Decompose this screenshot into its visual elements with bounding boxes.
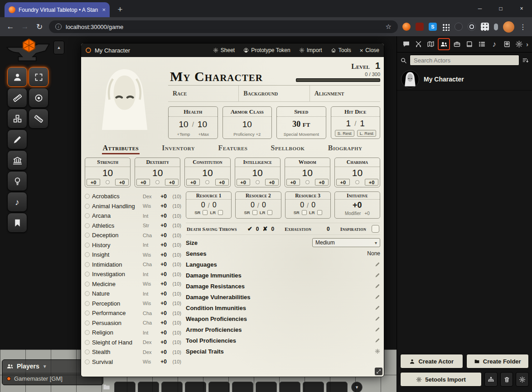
skill-name[interactable]: Performance [92,310,140,316]
exhaustion-value[interactable]: 0 [327,226,330,232]
tab-chat[interactable] [401,39,411,50]
macro-slot[interactable] [303,382,324,392]
ability-modifier[interactable]: +0 [237,179,250,186]
macro-folder-icon[interactable] [102,383,111,391]
tab-settings[interactable] [514,39,525,50]
browser-tab[interactable]: Foundry Virtual Tabletop • A Stan × [5,2,110,17]
save-proficiency-toggle[interactable] [256,180,260,184]
xp-text[interactable]: 0 / 300 [365,72,380,77]
long-rest-button[interactable]: L. Rest [357,130,376,137]
hd-max[interactable]: 1 [360,119,365,129]
skill-proficiency-toggle[interactable] [85,252,90,257]
window-minimize-button[interactable]: ─ [469,0,490,17]
skill-proficiency-toggle[interactable] [85,213,90,218]
measure-distance-tool[interactable] [29,109,48,129]
lighting-controls-button[interactable] [7,171,27,191]
tab-actors[interactable] [438,38,450,50]
skill-modifier[interactable]: +0 [157,320,167,326]
skill-name[interactable]: Intimidation [92,261,140,268]
resource-max-input[interactable]: 0 [311,201,315,209]
measure-controls-button[interactable] [7,88,27,108]
tab-inventory[interactable]: Inventory [161,144,196,154]
hp-temp-label[interactable]: +Temp [177,132,190,137]
edit-icon[interactable] [375,316,380,321]
ability-name[interactable]: Charisma [335,158,380,167]
hp-max-input[interactable]: 10 [198,120,207,129]
delete-button[interactable] [500,372,513,387]
edit-icon[interactable] [375,305,380,311]
macro-slot[interactable] [208,382,230,392]
hd-value[interactable]: 1 [346,119,351,129]
sort-filter-icon[interactable] [522,57,529,64]
skill-name[interactable]: Insight [92,251,140,258]
configure-button[interactable] [516,372,529,387]
skill-modifier[interactable]: +0 [157,222,167,229]
sidebar-collapse-icon[interactable]: › [526,40,528,48]
url-bar[interactable]: i localhost:30000/game ☆ [49,20,398,33]
skill-proficiency-toggle[interactable] [85,204,90,209]
import-button[interactable]: Import [299,47,322,53]
save-proficiency-toggle[interactable] [205,180,209,184]
gear-icon[interactable] [375,349,380,354]
skill-modifier[interactable]: +0 [157,242,167,248]
skill-proficiency-toggle[interactable] [85,262,90,267]
death-success-icon[interactable]: ✔ [247,225,252,232]
skill-modifier[interactable]: +0 [157,281,167,287]
ability-score-input[interactable]: 10 [285,167,330,179]
skill-proficiency-toggle[interactable] [85,233,90,238]
tab-features[interactable]: Features [217,144,248,154]
tab-close-icon[interactable]: × [102,6,106,13]
edit-icon[interactable] [375,262,380,267]
sheet-config-button[interactable]: Sheet [213,47,235,53]
close-window-button[interactable]: × Close [360,47,379,54]
skill-modifier[interactable]: +0 [157,359,167,365]
skill-modifier[interactable]: +0 [157,261,167,268]
death-fail-count[interactable]: 0 [271,226,274,232]
skill-proficiency-toggle[interactable] [85,330,90,335]
skill-modifier[interactable]: +0 [157,252,167,258]
create-folder-button[interactable]: Create Folder [466,354,529,368]
tab-compendium[interactable] [501,39,512,50]
macro-slot[interactable] [185,382,206,392]
lr-checkbox[interactable] [218,210,223,215]
alignment-field[interactable]: Alignment [310,86,380,101]
sr-checkbox[interactable] [203,210,208,215]
tab-combat[interactable] [413,39,424,50]
character-name-input[interactable]: My Character [168,59,290,85]
skill-modifier[interactable]: +0 [157,300,167,306]
extension-icon[interactable] [481,23,489,31]
skill-proficiency-toggle[interactable] [85,359,90,364]
tab-playlists[interactable]: ♪ [489,39,500,50]
sound-controls-button[interactable]: ♪ [7,192,27,212]
skill-name[interactable]: Acrobatics [92,193,140,200]
skill-name[interactable]: Religion [92,329,140,336]
resource-value-input[interactable]: 0 [251,201,255,209]
skill-name[interactable]: Survival [92,359,140,365]
skill-proficiency-toggle[interactable] [85,340,90,345]
wall-controls-button[interactable] [7,150,27,170]
edit-icon[interactable] [375,283,380,289]
skill-proficiency-toggle[interactable] [85,291,90,296]
skill-modifier[interactable]: +0 [157,213,167,219]
death-success-count[interactable]: 0 [256,226,259,232]
edit-icon[interactable] [375,294,380,300]
skill-name[interactable]: Arcana [92,212,140,219]
edit-icon[interactable] [375,338,380,343]
skill-modifier[interactable]: +0 [157,291,167,297]
initiative-modifier-value[interactable]: +0 [364,211,369,216]
ability-score-input[interactable]: 10 [135,167,180,179]
extensions-grid-icon[interactable] [442,23,450,31]
ability-save[interactable]: +0 [315,179,329,186]
ability-name[interactable]: Wisdom [285,158,330,167]
reload-button[interactable]: ↻ [34,22,44,32]
extension-icon[interactable] [455,23,463,31]
speed-value-input[interactable]: 30 ft [292,120,310,129]
ability-modifier[interactable]: +0 [136,179,150,186]
tools-button[interactable]: Tools [331,47,351,53]
save-proficiency-toggle[interactable] [305,180,310,184]
target-tokens-tool[interactable] [29,88,48,108]
actor-list-item[interactable]: My Character [397,68,532,91]
browser-profile-avatar[interactable] [503,21,514,33]
sr-checkbox[interactable] [252,210,257,215]
skill-modifier[interactable]: +0 [157,349,167,355]
